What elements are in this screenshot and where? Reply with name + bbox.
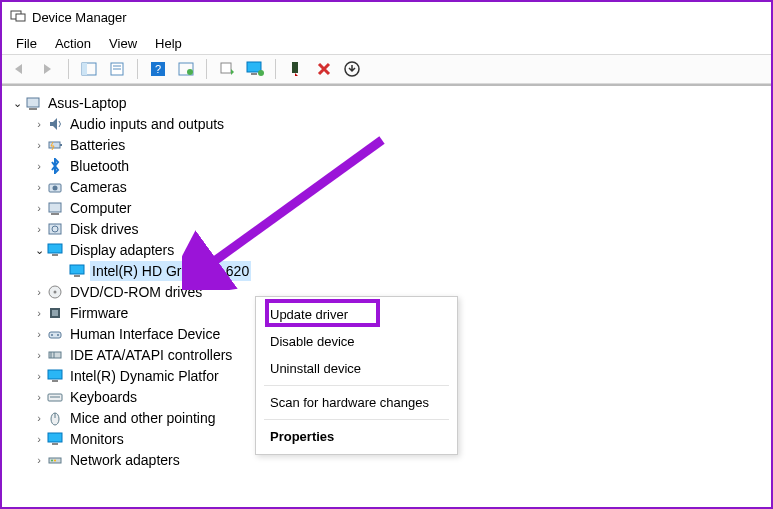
- svg-rect-27: [48, 244, 62, 253]
- expand-arrow-icon[interactable]: ›: [32, 408, 46, 428]
- toolbar-separator: [137, 59, 138, 79]
- ctx-scan-hardware[interactable]: Scan for hardware changes: [256, 389, 457, 416]
- update-driver-icon[interactable]: [215, 57, 239, 81]
- expand-arrow-icon[interactable]: ›: [32, 450, 46, 470]
- device-manager-window: Device Manager File Action View Help ? ⌄…: [0, 0, 773, 509]
- node-label: Human Interface Device: [68, 324, 222, 344]
- back-button[interactable]: [8, 57, 32, 81]
- app-icon: [10, 8, 26, 27]
- menu-bar: File Action View Help: [2, 32, 771, 54]
- forward-button[interactable]: [36, 57, 60, 81]
- svg-rect-42: [52, 380, 58, 382]
- expand-arrow-icon[interactable]: ›: [32, 114, 46, 134]
- menu-file[interactable]: File: [8, 34, 45, 53]
- expand-arrow-icon[interactable]: ›: [32, 429, 46, 449]
- display-icon: [46, 241, 64, 259]
- svg-rect-11: [221, 63, 231, 73]
- expand-arrow-icon[interactable]: ⌄: [10, 93, 24, 113]
- node-label: IDE ATA/ATAPI controllers: [68, 345, 234, 365]
- expand-arrow-icon[interactable]: ›: [32, 135, 46, 155]
- tree-node[interactable]: › Batteries: [10, 134, 771, 155]
- expand-arrow-icon[interactable]: ›: [32, 387, 46, 407]
- svg-point-10: [187, 69, 193, 75]
- svg-rect-20: [60, 144, 62, 146]
- expand-arrow-icon[interactable]: ›: [32, 345, 46, 365]
- expand-arrow-icon[interactable]: ›: [32, 282, 46, 302]
- node-label: Computer: [68, 198, 133, 218]
- expand-arrow-icon[interactable]: ›: [32, 366, 46, 386]
- fw-icon: [46, 304, 64, 322]
- tree-child[interactable]: Intel(R) HD Graphics 620: [10, 260, 771, 281]
- ctx-uninstall-device[interactable]: Uninstall device: [256, 355, 457, 382]
- uninstall-icon[interactable]: [312, 57, 336, 81]
- help-icon[interactable]: ?: [146, 57, 170, 81]
- svg-rect-30: [74, 275, 80, 277]
- context-menu: Update driver Disable device Uninstall d…: [255, 296, 458, 455]
- svg-rect-18: [29, 108, 37, 110]
- intel-icon: [46, 367, 64, 385]
- svg-point-14: [258, 70, 264, 76]
- tree-node[interactable]: › Bluetooth: [10, 155, 771, 176]
- svg-point-32: [54, 290, 57, 293]
- node-label: Disk drives: [68, 219, 140, 239]
- cam-icon: [46, 178, 64, 196]
- mon-icon: [46, 430, 64, 448]
- scan-icon[interactable]: [174, 57, 198, 81]
- menu-help[interactable]: Help: [147, 34, 190, 53]
- ctx-disable-device[interactable]: Disable device: [256, 328, 457, 355]
- menu-view[interactable]: View: [101, 34, 145, 53]
- ctx-update-driver[interactable]: Update driver: [256, 301, 457, 328]
- tree-node[interactable]: › Disk drives: [10, 218, 771, 239]
- svg-point-36: [51, 334, 53, 336]
- computer-icon: [24, 94, 42, 112]
- properties-icon[interactable]: [105, 57, 129, 81]
- tree-node[interactable]: › Audio inputs and outputs: [10, 113, 771, 134]
- show-hide-tree-icon[interactable]: [77, 57, 101, 81]
- svg-rect-41: [48, 370, 62, 379]
- svg-rect-23: [49, 203, 61, 212]
- expand-arrow-icon[interactable]: ›: [32, 156, 46, 176]
- expand-arrow-icon[interactable]: ›: [32, 324, 46, 344]
- node-label: Monitors: [68, 429, 126, 449]
- tree-node[interactable]: › Cameras: [10, 176, 771, 197]
- svg-rect-35: [49, 332, 61, 338]
- device-down-icon[interactable]: [284, 57, 308, 81]
- disk-icon: [46, 220, 64, 238]
- ctx-properties[interactable]: Properties: [256, 423, 457, 450]
- svg-rect-28: [52, 254, 58, 256]
- expand-arrow-icon[interactable]: ›: [32, 198, 46, 218]
- node-label: Intel(R) Dynamic Platfor: [68, 366, 221, 386]
- tree-node[interactable]: › Computer: [10, 197, 771, 218]
- toolbar-separator: [68, 59, 69, 79]
- hid-icon: [46, 325, 64, 343]
- tree-root[interactable]: ⌄ Asus-Laptop: [10, 92, 771, 113]
- node-label: Audio inputs and outputs: [68, 114, 226, 134]
- toolbar: ?: [2, 54, 771, 84]
- expand-arrow-icon[interactable]: ⌄: [32, 240, 46, 260]
- audio-icon: [46, 115, 64, 133]
- mouse-icon: [46, 409, 64, 427]
- expand-arrow-icon[interactable]: ›: [32, 219, 46, 239]
- node-label: Batteries: [68, 135, 127, 155]
- svg-rect-48: [52, 443, 58, 445]
- monitor-icon[interactable]: [243, 57, 267, 81]
- window-title: Device Manager: [32, 10, 127, 25]
- root-label: Asus-Laptop: [46, 93, 129, 113]
- install-icon[interactable]: [340, 57, 364, 81]
- svg-rect-29: [70, 265, 84, 274]
- svg-point-22: [53, 185, 58, 190]
- svg-rect-19: [49, 142, 60, 148]
- node-label: Mice and other pointing: [68, 408, 218, 428]
- svg-rect-15: [292, 62, 298, 73]
- node-label: Display adapters: [68, 240, 176, 260]
- node-label: Bluetooth: [68, 156, 131, 176]
- expand-arrow-icon[interactable]: ›: [32, 177, 46, 197]
- node-label: Cameras: [68, 177, 129, 197]
- ide-icon: [46, 346, 64, 364]
- tree-node[interactable]: ⌄ Display adapters: [10, 239, 771, 260]
- ctx-separator: [264, 385, 449, 386]
- svg-point-51: [54, 459, 56, 461]
- child-label: Intel(R) HD Graphics 620: [90, 261, 251, 281]
- expand-arrow-icon[interactable]: ›: [32, 303, 46, 323]
- menu-action[interactable]: Action: [47, 34, 99, 53]
